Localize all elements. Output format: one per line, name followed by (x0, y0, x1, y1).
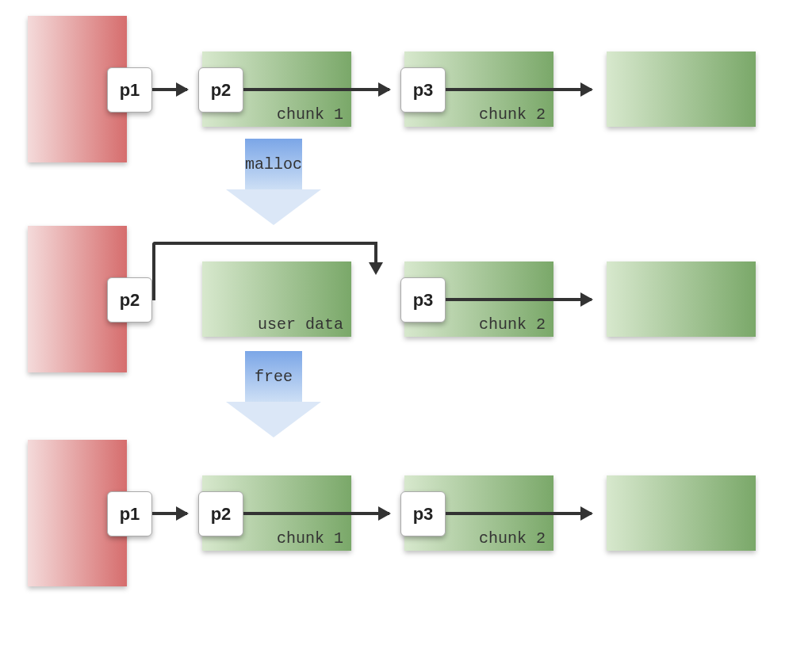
ptr-p2-label-row1: p2 (211, 80, 232, 101)
ptr-p2-label-row2: p2 (120, 290, 140, 311)
userdata-label-row2: user data (258, 315, 343, 334)
ptr-p2-label-row3: p2 (211, 504, 232, 525)
arrow-p3-next-row3 (446, 512, 592, 515)
step-malloc-label: malloc (245, 155, 302, 174)
ptr-p3-label-row1: p3 (413, 80, 434, 101)
chunk1-label-row1: chunk 1 (277, 105, 343, 124)
step-free-label: free (255, 368, 293, 386)
ptr-p3-label-row3: p3 (413, 504, 434, 525)
ptr-p1-row3: p1 (107, 491, 152, 536)
arrow-p2-p3-row3 (243, 512, 389, 515)
chunk3-row1 (607, 52, 756, 127)
ptr-p3-label-row2: p3 (413, 290, 434, 311)
step-free-arrow: free (226, 351, 321, 446)
arrow-p1-p2-row3 (152, 512, 187, 515)
bent-line-row2 (152, 242, 377, 300)
ptr-p1-row1: p1 (107, 67, 152, 113)
ptr-p3-row3: p3 (400, 491, 446, 536)
ptr-p2-row1: p2 (198, 67, 243, 113)
ptr-p1-label-row3: p1 (120, 504, 140, 525)
ptr-p3-row1: p3 (400, 67, 446, 113)
chunk3-row3 (607, 475, 756, 551)
arrow-p3-next-row2 (446, 298, 592, 301)
ptr-p1-label-row1: p1 (120, 80, 140, 101)
arrow-p3-next-row1 (446, 88, 592, 91)
chunk1-label-row3: chunk 1 (277, 529, 343, 548)
chunk2-label-row1: chunk 2 (479, 105, 546, 124)
chunk2-label-row2: chunk 2 (479, 315, 546, 334)
chunk2-label-row3: chunk 2 (479, 529, 546, 548)
step-malloc-arrow: malloc (226, 139, 321, 234)
bent-line-down-row2 (374, 242, 377, 264)
arrow-p1-p2-row1 (152, 88, 187, 91)
ptr-p3-row2: p3 (400, 277, 446, 323)
diagram-canvas: chunk 1 chunk 2 p1 p2 p3 malloc user dat… (0, 0, 812, 649)
ptr-p2-row3: p2 (198, 491, 243, 536)
bent-arrowhead-row2 (369, 262, 383, 275)
arrow-p2-p3-row1 (243, 88, 389, 91)
chunk3-row2 (607, 262, 756, 337)
ptr-p2-row2: p2 (107, 277, 152, 323)
